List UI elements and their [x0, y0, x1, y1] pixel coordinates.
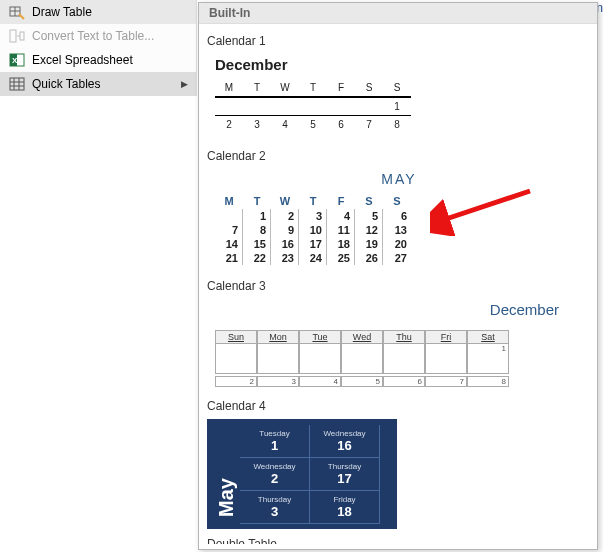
calendar1-month: December	[215, 56, 583, 73]
calendar2-title: Calendar 2	[207, 149, 587, 163]
table-submenu: Draw Table Convert Text to Table... X Ex…	[0, 0, 197, 96]
calendar3-title: Calendar 3	[207, 279, 587, 293]
menu-convert-text-label: Convert Text to Table...	[32, 29, 154, 43]
convert-text-icon	[8, 28, 26, 44]
gallery-header-builtin: Built-In	[199, 3, 597, 24]
menu-convert-text-to-table: Convert Text to Table...	[0, 24, 196, 48]
calendar2-month: MAY	[215, 171, 583, 187]
calendar1-title: Calendar 1	[207, 34, 587, 48]
quick-tables-icon	[8, 76, 26, 92]
svg-rect-8	[10, 78, 24, 90]
calendar1-row: 2345678	[215, 116, 583, 133]
calendar3-month: December	[215, 301, 583, 318]
quick-tables-gallery: Built-In Calendar 1 December MTWTFSS 1 2…	[198, 2, 598, 550]
menu-draw-table-label: Draw Table	[32, 5, 92, 19]
menu-quick-tables[interactable]: Quick Tables ▶	[0, 72, 196, 96]
calendar1-row: 1	[215, 98, 583, 116]
calendar4-title: Calendar 4	[207, 399, 587, 413]
submenu-arrow-icon: ▶	[181, 79, 188, 89]
menu-draw-table[interactable]: Draw Table	[0, 0, 196, 24]
menu-excel-label: Excel Spreadsheet	[32, 53, 133, 67]
calendar2-preview[interactable]: MAY MTWTFSS 123456 78910111213 141516171…	[207, 169, 587, 271]
calendar4-preview[interactable]: May Tuesday1 Wednesday16 Wednesday2 Thur…	[207, 419, 587, 529]
excel-icon: X	[8, 52, 26, 68]
double-table-title: Double Table	[207, 537, 587, 544]
svg-rect-3	[10, 30, 16, 42]
menu-excel-spreadsheet[interactable]: X Excel Spreadsheet	[0, 48, 196, 72]
calendar4-grid: Tuesday1 Wednesday16 Wednesday2 Thursday…	[240, 425, 380, 523]
svg-rect-4	[20, 32, 24, 40]
gallery-body[interactable]: Calendar 1 December MTWTFSS 1 2345678 Ca…	[199, 24, 597, 544]
svg-text:X: X	[12, 56, 18, 65]
calendar1-preview[interactable]: December MTWTFSS 1 2345678	[207, 54, 587, 141]
calendar3-row: 2 3 4 5 6 7 8	[215, 376, 583, 387]
calendar4-month: May	[213, 425, 240, 523]
menu-quick-tables-label: Quick Tables	[32, 77, 100, 91]
calendar3-row: Sun Mon Tue Wed Thu Fri Sat1	[215, 330, 583, 374]
calendar2-grid: MTWTFSS 123456 78910111213 1415161718192…	[215, 193, 583, 265]
calendar3-preview[interactable]: December Sun Mon Tue Wed Thu Fri Sat1 2 …	[207, 299, 587, 391]
draw-table-icon	[8, 4, 26, 20]
calendar1-day-headers: MTWTFSS	[215, 79, 583, 98]
